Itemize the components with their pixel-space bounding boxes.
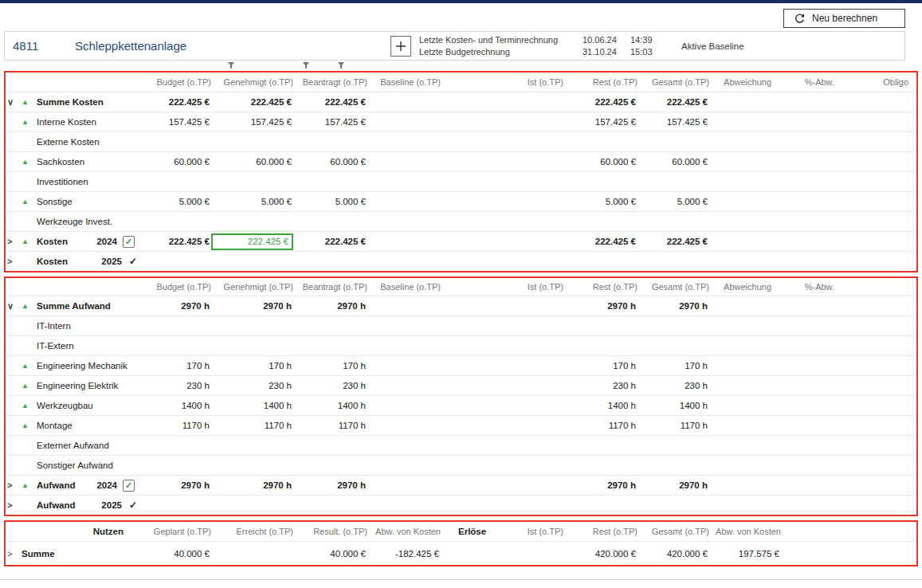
column-header-beantragt[interactable]: Beantragt (o.TP) bbox=[293, 278, 367, 296]
cell-genehmigt[interactable]: 60.000 € bbox=[211, 152, 293, 171]
cell-genehmigt[interactable]: 222.425 € bbox=[211, 233, 293, 250]
column-header-genehmigt[interactable]: Genehmigt (o.TP) bbox=[211, 278, 293, 296]
project-name[interactable]: Schleppkettenanlage bbox=[75, 39, 390, 53]
cell-pabw[interactable] bbox=[771, 152, 834, 171]
cell-ist[interactable] bbox=[441, 192, 563, 211]
cell-ist[interactable] bbox=[441, 212, 563, 231]
cell-genehmigt[interactable]: 230 h bbox=[211, 376, 293, 395]
expand-chevron-icon[interactable]: > bbox=[7, 500, 22, 510]
cell-beantragt[interactable] bbox=[293, 212, 367, 231]
cell-beantragt[interactable] bbox=[293, 132, 367, 151]
cell-beantragt[interactable]: 222.425 € bbox=[293, 92, 367, 112]
cell-abw-von-kosten[interactable]: -182.425 € bbox=[367, 542, 441, 565]
cell-rest[interactable]: 5.000 € bbox=[563, 192, 638, 211]
cell-obligo[interactable] bbox=[834, 252, 908, 271]
column-header-nutzen[interactable]: Nutzen bbox=[7, 522, 124, 541]
cell-genehmigt[interactable] bbox=[211, 496, 293, 515]
cell-ist[interactable] bbox=[441, 172, 563, 191]
cell-genehmigt[interactable]: 2970 h bbox=[211, 296, 293, 316]
cell-gesamt[interactable]: 222.425 € bbox=[638, 92, 709, 112]
column-header-beantragt[interactable]: Beantragt (o.TP) bbox=[293, 73, 367, 92]
cell-gesamt[interactable]: 157.425 € bbox=[638, 112, 709, 131]
cell-budget[interactable]: 5.000 € bbox=[137, 192, 211, 211]
cost-row[interactable]: ▲ Interne Kosten ✓ ✓ 157.425 € 157.425 €… bbox=[6, 112, 916, 131]
cell-pabw[interactable] bbox=[771, 456, 834, 475]
cell-beantragt[interactable] bbox=[293, 336, 367, 355]
cell-beantragt[interactable]: 230 h bbox=[293, 376, 367, 395]
column-header-gesamt[interactable]: Gesamt (o.TP) bbox=[638, 522, 709, 541]
cell-gesamt[interactable]: 1400 h bbox=[638, 396, 709, 415]
cell-gesamt[interactable] bbox=[638, 496, 709, 515]
cell-gesamt[interactable]: 1170 h bbox=[638, 416, 709, 435]
cell-gesamt[interactable]: 230 h bbox=[638, 376, 709, 395]
cell-gesamt[interactable] bbox=[638, 436, 709, 455]
cell-budget[interactable]: 170 h bbox=[137, 356, 211, 375]
cell-pabw[interactable] bbox=[771, 172, 834, 191]
cell-pabw[interactable] bbox=[771, 296, 834, 316]
cell-budget[interactable]: 230 h bbox=[137, 376, 211, 395]
cell-ist[interactable] bbox=[441, 456, 563, 475]
effort-row[interactable]: ▲ Engineering Mechanik ✓ ✓ 170 h 170 h 1… bbox=[6, 355, 916, 375]
cell-gesamt[interactable]: 60.000 € bbox=[638, 152, 709, 171]
filter-icon[interactable] bbox=[227, 61, 235, 69]
column-header-erloese[interactable]: Erlöse bbox=[441, 522, 490, 541]
cell-pabw[interactable] bbox=[771, 316, 834, 335]
cell-beantragt[interactable]: 2970 h bbox=[293, 296, 367, 316]
cell-obligo[interactable] bbox=[834, 152, 908, 171]
cell-rest[interactable]: 420.000 € bbox=[563, 542, 638, 565]
cell-beantragt[interactable]: 60.000 € bbox=[293, 152, 367, 171]
cell-baseline[interactable] bbox=[367, 112, 441, 131]
cell-beantragt[interactable] bbox=[293, 436, 367, 455]
expand-chevron-icon[interactable]: ∨ bbox=[7, 97, 22, 108]
expand-chevron-icon[interactable]: > bbox=[7, 237, 22, 246]
cost-row[interactable]: Investitionen ✓ ✓ bbox=[6, 171, 916, 191]
cell-abweichung[interactable] bbox=[709, 336, 771, 355]
cell-pabw[interactable] bbox=[771, 132, 834, 151]
effort-row[interactable]: Externer Aufwand ✓ ✓ bbox=[6, 435, 916, 455]
cell-baseline[interactable] bbox=[367, 456, 441, 475]
cell-rest[interactable] bbox=[563, 172, 638, 191]
cell-gesamt[interactable] bbox=[638, 252, 709, 271]
cell-baseline[interactable] bbox=[367, 356, 441, 375]
cost-row[interactable]: ▲ Sonstige ✓ ✓ 5.000 € 5.000 € 5.000 € 5… bbox=[6, 191, 916, 211]
cell-abweichung[interactable] bbox=[709, 212, 771, 231]
cell-ist[interactable] bbox=[441, 316, 563, 335]
cell-abweichung[interactable] bbox=[709, 396, 771, 415]
column-header-obligo[interactable]: Obligo bbox=[834, 73, 908, 92]
effort-row[interactable]: Sonstiger Aufwand ✓ ✓ bbox=[6, 455, 916, 475]
cell-beantragt[interactable] bbox=[293, 316, 367, 335]
column-header-ist[interactable]: Ist (o.TP) bbox=[490, 522, 563, 541]
cell-abweichung[interactable] bbox=[709, 456, 771, 475]
cell-obligo[interactable] bbox=[834, 92, 908, 112]
recalculate-button[interactable]: Neu berechnen bbox=[783, 9, 905, 28]
effort-row[interactable]: IT-Extern ✓ ✓ bbox=[6, 335, 916, 355]
cell-rest[interactable] bbox=[563, 316, 638, 335]
cell-baseline[interactable] bbox=[367, 232, 441, 251]
cell-beantragt[interactable] bbox=[293, 456, 367, 475]
cell-abweichung[interactable] bbox=[709, 296, 771, 316]
cell-geplant[interactable]: 40.000 € bbox=[124, 542, 211, 565]
cell-rest[interactable]: 2970 h bbox=[563, 476, 638, 495]
cell-ist[interactable] bbox=[441, 496, 563, 515]
column-header-gesamt[interactable]: Gesamt (o.TP) bbox=[638, 73, 709, 92]
cell-baseline[interactable] bbox=[367, 476, 441, 495]
cell-beantragt[interactable] bbox=[293, 496, 367, 515]
cell-abweichung[interactable] bbox=[709, 252, 771, 271]
expand-chevron-icon[interactable]: > bbox=[7, 257, 22, 266]
cell-rest[interactable]: 222.425 € bbox=[563, 232, 638, 251]
cell-abw-von-kosten-2[interactable]: 197.575 € bbox=[709, 542, 781, 565]
column-header-baseline[interactable]: Baseline (o.TP) bbox=[367, 278, 441, 296]
cell-pabw[interactable] bbox=[771, 376, 834, 395]
cell-beantragt[interactable]: 170 h bbox=[293, 356, 367, 375]
cell-budget[interactable] bbox=[137, 436, 211, 455]
column-header-rest[interactable]: Rest (o.TP) bbox=[563, 522, 638, 541]
cell-genehmigt[interactable] bbox=[211, 436, 293, 455]
cell-baseline[interactable] bbox=[367, 396, 441, 415]
cell-beantragt[interactable]: 157.425 € bbox=[293, 112, 367, 131]
cell-genehmigt[interactable]: 1400 h bbox=[211, 396, 293, 415]
cell-ist[interactable] bbox=[441, 396, 563, 415]
column-header-budget[interactable]: Budget (o.TP) bbox=[137, 73, 211, 92]
cell-rest[interactable] bbox=[563, 436, 638, 455]
cell-beantragt[interactable]: 5.000 € bbox=[293, 192, 367, 211]
cell-beantragt[interactable] bbox=[293, 252, 367, 271]
